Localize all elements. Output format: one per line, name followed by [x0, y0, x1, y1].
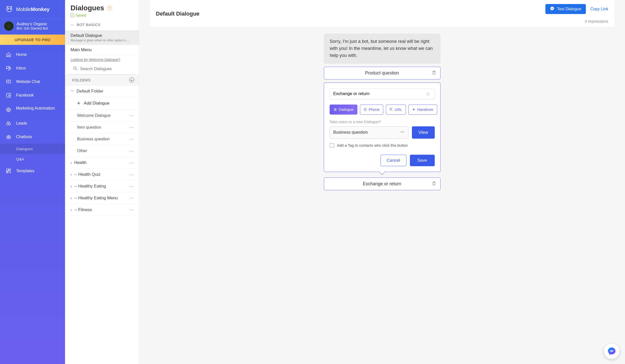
avatar	[4, 21, 14, 31]
svg-point-1	[8, 8, 9, 9]
plus-icon: +	[77, 100, 80, 107]
tab-url[interactable]: ⇱URL	[386, 105, 406, 115]
account-switcher[interactable]: Audrey's Organic Bot: Get Started Bot	[0, 19, 65, 35]
svg-point-6	[8, 109, 9, 111]
view-button[interactable]: View	[412, 126, 435, 139]
dialogue-item-default[interactable]: Default Dialogue Message is given when n…	[65, 31, 139, 45]
save-button[interactable]: Save	[410, 155, 435, 166]
handover-icon: ✦	[412, 107, 415, 112]
more-icon[interactable]: ⋯	[129, 113, 134, 118]
nav-website-chat[interactable]: Website Chat	[0, 75, 65, 88]
account-bot: Bot: Get Started Bot	[17, 26, 48, 30]
search-icon	[73, 66, 78, 72]
svg-point-11	[9, 137, 10, 138]
nav-inbox[interactable]: Inbox	[0, 61, 65, 75]
quick-reply-chip[interactable]: Exchange or return	[324, 177, 441, 190]
svg-rect-13	[9, 169, 11, 170]
nav-qa[interactable]: Q&A	[0, 154, 65, 164]
add-dialogue-button[interactable]: +Add Dialogue	[65, 97, 139, 110]
reply-label-input[interactable]	[333, 91, 426, 96]
folder-quiz[interactable]: ›-- Health Quiz⋯	[65, 169, 139, 180]
facebook-icon	[6, 93, 12, 98]
nav-leads[interactable]: Leads	[0, 117, 65, 130]
nav-chatbots[interactable]: Chatbots	[0, 130, 65, 144]
phone-icon: ✆	[364, 107, 367, 112]
more-icon[interactable]: ⋯	[129, 148, 134, 154]
more-icon[interactable]: ⋯	[129, 125, 134, 130]
folder-default[interactable]: ﹀Default Folder	[65, 86, 139, 97]
tag-checkbox[interactable]	[330, 143, 334, 148]
folder-health[interactable]: ›Health⋯	[65, 157, 139, 169]
folder-fitness[interactable]: ›-- Fitness⋯	[65, 204, 139, 216]
folder-menu[interactable]: ›-- Healthy Eating Menu⋯	[65, 192, 139, 204]
messenger-fab[interactable]	[604, 343, 619, 359]
chevron-right-icon: ›	[71, 208, 72, 212]
left-sidebar: MobileMonkey Audrey's Organic Bot: Get S…	[0, 0, 65, 364]
list-item[interactable]: Welcome Dialogue⋯	[65, 110, 139, 122]
chevron-right-icon: ›	[71, 161, 72, 165]
nav-home[interactable]: Home	[0, 48, 65, 61]
more-icon[interactable]: ⋯	[129, 136, 134, 142]
help-icon[interactable]: ?	[107, 6, 112, 11]
main-canvas: Default Dialogue Test Dialogue Copy Link…	[139, 0, 625, 364]
svg-rect-14	[7, 171, 8, 173]
list-item[interactable]: Other⋯	[65, 145, 139, 157]
svg-rect-12	[7, 169, 9, 171]
dialogue-select[interactable]: Business question ﹀	[330, 126, 408, 139]
trash-icon[interactable]	[432, 181, 436, 187]
dialogue-item-main-menu[interactable]: Main Menu	[65, 45, 139, 55]
chevron-right-icon: ›	[71, 184, 72, 188]
add-folder-icon[interactable]: +	[129, 77, 134, 82]
more-icon[interactable]: ⋯	[129, 207, 134, 213]
messenger-icon	[550, 6, 554, 12]
folder-eating[interactable]: ›-- Healthy Eating⋯	[65, 180, 139, 192]
svg-point-10	[8, 137, 9, 138]
welcome-link[interactable]: Looking for Welcome Dialogue?	[65, 55, 139, 64]
external-link-icon: ⇱	[390, 107, 393, 112]
svg-point-8	[9, 123, 11, 125]
main-header: Default Dialogue Test Dialogue Copy Link…	[149, 0, 615, 28]
list-item[interactable]: Business question⋯	[65, 133, 139, 145]
bot-basics-header[interactable]: ︿ BOT BASICS	[65, 19, 139, 31]
tab-dialogue[interactable]: 🗎Dialogue	[330, 105, 357, 115]
search-input[interactable]	[80, 67, 131, 71]
more-icon[interactable]: ⋯	[129, 160, 134, 165]
nav-marketing[interactable]: Marketing Automation	[0, 102, 65, 117]
test-dialogue-button[interactable]: Test Dialogue	[545, 4, 586, 14]
emoji-icon[interactable]: ☺	[426, 91, 431, 97]
tab-phone[interactable]: ✆Phone	[360, 105, 383, 115]
more-icon[interactable]: ⋯	[129, 195, 134, 201]
chevron-down-icon: ﹀	[400, 130, 405, 135]
svg-rect-3	[7, 80, 11, 83]
panel-title: Dialogues	[71, 4, 104, 12]
nav-facebook[interactable]: Facebook	[0, 88, 65, 102]
nav: Home Inbox Website Chat Facebook Marketi…	[0, 45, 65, 178]
logo-text: MobileMonkey	[16, 7, 49, 12]
monkey-logo-icon	[5, 5, 14, 14]
svg-point-0	[7, 7, 12, 12]
search-row	[68, 64, 136, 74]
svg-point-2	[10, 8, 11, 9]
account-name: Audrey's Organic	[17, 22, 48, 26]
trash-icon[interactable]	[432, 70, 436, 76]
copy-link[interactable]: Copy Link	[590, 7, 608, 11]
upgrade-button[interactable]: UPGRADE TO PRO	[0, 35, 65, 45]
automation-icon	[6, 107, 12, 113]
nav-dialogues[interactable]: Dialogues	[0, 144, 65, 154]
saved-status: ✓Saved	[71, 13, 133, 17]
chat-icon	[6, 65, 12, 71]
nav-templates[interactable]: Templates	[0, 164, 65, 178]
svg-point-7	[7, 123, 9, 125]
home-icon	[6, 52, 12, 57]
logo[interactable]: MobileMonkey	[0, 0, 65, 19]
templates-icon	[6, 168, 12, 174]
check-icon: ✓	[71, 14, 74, 17]
svg-point-15	[74, 67, 76, 69]
list-item[interactable]: Item question⋯	[65, 122, 139, 133]
cancel-button[interactable]: Cancel	[381, 155, 406, 166]
tab-handover[interactable]: ✦Handover	[408, 105, 437, 115]
more-icon[interactable]: ⋯	[129, 184, 134, 189]
hint-text: Take users to a new Dialogue?	[330, 120, 435, 124]
quick-reply-chip[interactable]: Product question	[324, 67, 441, 79]
more-icon[interactable]: ⋯	[129, 172, 134, 177]
